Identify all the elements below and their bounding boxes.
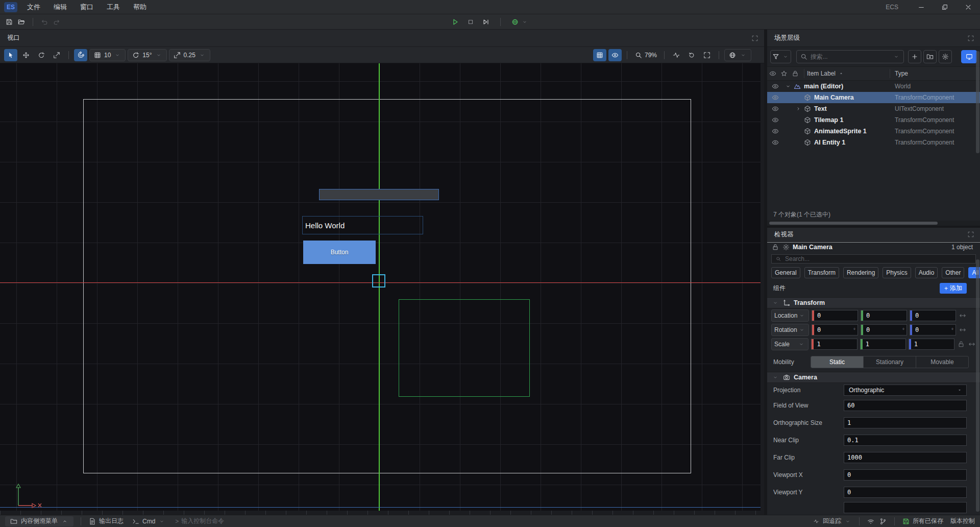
- network-icon[interactable]: [867, 517, 875, 525]
- menu-item[interactable]: 编辑: [47, 0, 74, 14]
- field-input[interactable]: 0: [844, 469, 967, 481]
- select-tool-button[interactable]: [4, 49, 17, 61]
- play-button[interactable]: [451, 18, 459, 26]
- fullscreen-icon[interactable]: [967, 34, 975, 42]
- menu-item[interactable]: 帮助: [127, 0, 153, 14]
- ui-panel-bar[interactable]: [319, 189, 439, 200]
- mobility-movable[interactable]: Movable: [916, 356, 968, 368]
- tab-general[interactable]: General: [771, 267, 800, 278]
- location-y-field[interactable]: 0: [861, 310, 907, 321]
- fit-view-button[interactable]: [700, 49, 714, 61]
- scene-canvas[interactable]: Hello World Button: [0, 63, 764, 511]
- rotation-z-field[interactable]: 0°: [910, 324, 956, 336]
- zoom-indicator[interactable]: 79%: [632, 51, 659, 59]
- visibility-eye-icon[interactable]: [771, 127, 779, 135]
- viewport-hscrollbar[interactable]: [0, 511, 764, 515]
- visibility-eye-icon[interactable]: [771, 93, 779, 102]
- field-input[interactable]: 1000: [844, 452, 967, 463]
- gizmo-visibility-toggle[interactable]: [608, 49, 622, 61]
- ui-text-element[interactable]: Hello World: [302, 216, 423, 234]
- tab-audio[interactable]: Audio: [915, 267, 938, 278]
- content-drawer-button[interactable]: 内容侧滑菜单: [5, 516, 74, 526]
- star-column-icon[interactable]: [778, 69, 790, 78]
- visibility-eye-icon[interactable]: [771, 138, 779, 147]
- rotation-y-field[interactable]: 0°: [861, 324, 907, 336]
- grid-snap-dropdown[interactable]: 10: [89, 49, 126, 61]
- scale-dropdown[interactable]: Scale: [771, 338, 808, 350]
- eye-column-icon[interactable]: [767, 69, 778, 78]
- column-type[interactable]: Type: [895, 70, 908, 77]
- minimize-button[interactable]: [910, 0, 933, 14]
- fullscreen-icon[interactable]: [967, 230, 975, 238]
- hierarchy-settings-button[interactable]: [939, 50, 952, 63]
- tab-physics[interactable]: Physics: [883, 267, 911, 278]
- hierarchy-row[interactable]: main (Editor)World: [767, 81, 980, 92]
- stop-button[interactable]: [467, 18, 475, 26]
- branch-icon[interactable]: [879, 517, 887, 525]
- inspector-vscrollbar[interactable]: [976, 259, 979, 512]
- expander-icon[interactable]: [783, 82, 793, 90]
- visibility-eye-icon[interactable]: [771, 105, 779, 113]
- inspector-search-box[interactable]: [771, 254, 976, 264]
- scale-y-field[interactable]: 1: [860, 339, 906, 350]
- version-control-button[interactable]: 版本控制: [950, 517, 975, 525]
- redo-icon[interactable]: [53, 18, 61, 26]
- field-input[interactable]: 60: [844, 400, 967, 411]
- output-log-button[interactable]: 输出日志: [88, 517, 124, 525]
- scale-x-field[interactable]: 1: [811, 339, 857, 350]
- hierarchy-row[interactable]: TextUITextComponent: [767, 103, 980, 114]
- cmd-dropdown[interactable]: Cmd: [132, 517, 166, 525]
- projection-dropdown[interactable]: Orthographic: [844, 385, 967, 396]
- console-input[interactable]: > 输入控制台命令: [175, 517, 224, 525]
- visibility-eye-icon[interactable]: [771, 116, 779, 124]
- grid-visibility-toggle[interactable]: [593, 49, 606, 61]
- step-button[interactable]: [482, 18, 490, 26]
- lock-icon[interactable]: [771, 243, 779, 251]
- menu-item[interactable]: 窗口: [74, 0, 100, 14]
- rotation-snap-dropdown[interactable]: 15°: [128, 49, 166, 61]
- save-status[interactable]: 所有已保存: [902, 517, 943, 525]
- location-dropdown[interactable]: Location: [771, 309, 809, 322]
- transform-section-header[interactable]: Transform: [767, 297, 980, 308]
- save-icon[interactable]: [5, 18, 13, 26]
- link-values-icon[interactable]: [959, 312, 967, 320]
- hierarchy-vscrollbar[interactable]: [976, 51, 979, 153]
- menu-item[interactable]: 文件: [20, 0, 47, 14]
- add-folder-button[interactable]: [923, 50, 937, 63]
- filter-button[interactable]: [770, 50, 791, 63]
- fullscreen-icon[interactable]: [751, 34, 759, 42]
- rotation-dropdown[interactable]: Rotation: [771, 324, 809, 336]
- field-input[interactable]: 1: [844, 417, 967, 428]
- scene-view-toggle-button[interactable]: [961, 50, 977, 63]
- field-input[interactable]: 0.1: [844, 435, 967, 446]
- clipped-field[interactable]: [844, 502, 967, 513]
- hierarchy-row[interactable]: Tilemap 1TransformComponent: [767, 114, 980, 126]
- tab-transform[interactable]: Transform: [804, 267, 839, 278]
- hierarchy-row[interactable]: AnimatedSprite 1TransformComponent: [767, 126, 980, 137]
- trace-dropdown[interactable]: 回追踪: [812, 517, 852, 525]
- add-entity-button[interactable]: [908, 50, 921, 63]
- viewport-vscrollbar[interactable]: [761, 63, 764, 511]
- link-values-icon[interactable]: [959, 326, 967, 334]
- app-logo[interactable]: ES: [4, 2, 17, 12]
- hierarchy-row[interactable]: Main CameraTransformComponent: [767, 92, 980, 103]
- lock-column-icon[interactable]: [790, 69, 801, 78]
- link-values-icon[interactable]: [968, 340, 976, 348]
- add-component-button[interactable]: + 添加: [940, 283, 967, 294]
- rotation-x-field[interactable]: 0°: [812, 324, 858, 336]
- scale-tool-button[interactable]: [50, 49, 63, 61]
- mobility-stationary[interactable]: Stationary: [864, 356, 916, 368]
- hierarchy-row[interactable]: AI Entity 1TransformComponent: [767, 137, 980, 148]
- field-input[interactable]: 0: [844, 487, 967, 498]
- hierarchy-hscrollbar[interactable]: [767, 221, 980, 226]
- view-mode-dropdown[interactable]: [724, 49, 751, 61]
- run-mode-dropdown[interactable]: [511, 18, 529, 26]
- location-x-field[interactable]: 0: [812, 310, 858, 321]
- rotate-tool-button[interactable]: [35, 49, 48, 61]
- camera-section-header[interactable]: Camera: [767, 372, 980, 383]
- unlock-icon[interactable]: [957, 340, 965, 348]
- tab-rendering[interactable]: Rendering: [843, 267, 878, 278]
- location-z-field[interactable]: 0: [910, 310, 956, 321]
- hierarchy-search-input[interactable]: [811, 53, 890, 60]
- inspector-search-input[interactable]: [785, 255, 973, 262]
